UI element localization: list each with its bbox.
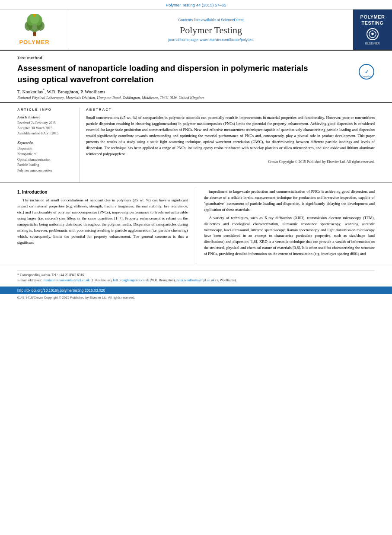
abstract-column: ABSTRACT Small concentrations (≤5 wt. %)… xyxy=(80,108,392,182)
article-header: Test method Assessment of nanoparticle l… xyxy=(0,51,392,103)
contents-text: Contents lists available at xyxy=(178,18,220,22)
corresponding-label: * Corresponding author. Tel.: xyxy=(17,273,58,277)
body-two-col: 1. Introduction The inclusion of small c… xyxy=(0,189,392,264)
svg-rect-0 xyxy=(33,32,36,36)
polymer-testing-badge: POLYMERTESTING ELSEVIER xyxy=(353,10,392,50)
email-addresses: E-mail addresses: triantafillos.koukoula… xyxy=(17,278,375,283)
svg-text:✓: ✓ xyxy=(365,69,369,74)
svg-text:CrossMark: CrossMark xyxy=(361,75,372,78)
abstract-label: ABSTRACT xyxy=(86,108,375,111)
article-section-label: Test method xyxy=(17,56,375,60)
top-citation-bar: Polymer Testing 44 (2015) 57–65 xyxy=(0,0,392,10)
citation-link[interactable]: Polymer Testing 44 (2015) 57–65 xyxy=(166,3,226,7)
journal-header-center: Contents lists available at ScienceDirec… xyxy=(69,10,353,50)
abstract-text: Small concentrations (≤5 wt. %) of nanop… xyxy=(86,115,375,157)
corresponding-author: * Corresponding author. Tel.: +44 20 894… xyxy=(17,273,375,278)
article-title-row: Assessment of nanoparticle loading and d… xyxy=(17,63,375,85)
crossmark-badge[interactable]: ✓ CrossMark xyxy=(358,64,375,81)
available-date: Available online 8 April 2015 xyxy=(17,131,74,136)
svg-rect-10 xyxy=(34,15,35,17)
issn-text: 0142-9418/Crown Copyright © 2015 Publish… xyxy=(17,296,135,299)
article-title: Assessment of nanoparticle loading and d… xyxy=(17,63,328,85)
pt-logo-icon xyxy=(369,30,376,38)
footnote-section: * Corresponding author. Tel.: +44 20 894… xyxy=(0,266,392,283)
pt-badge-title: POLYMERTESTING xyxy=(360,14,385,26)
section1-heading: 1. Introduction xyxy=(17,189,188,196)
homepage-label: journal homepage: xyxy=(168,38,198,42)
article-history-label: Article history: xyxy=(17,115,74,119)
body-para-3: A variety of techniques, such as X-ray d… xyxy=(204,215,375,258)
authors-line: T. Koukoulas*, W.R. Broughton, P. Woolli… xyxy=(17,88,375,94)
elsevier-logo-area: POLYMER xyxy=(0,10,69,50)
keyword-2: Nanoparticles xyxy=(17,152,74,157)
doi-bar: http://dx.doi.org/10.1016/j.polymertesti… xyxy=(0,287,392,294)
article-info-label: ARTICLE INFO xyxy=(17,108,74,111)
journal-title: Polymer Testing xyxy=(180,25,242,36)
pt-logo-circle xyxy=(367,28,379,40)
issn-bar: 0142-9418/Crown Copyright © 2015 Publish… xyxy=(0,294,392,300)
received-date: Received 24 February 2015 xyxy=(17,121,74,126)
article-info-abstract-section: ARTICLE INFO Article history: Received 2… xyxy=(0,103,392,183)
keyword-5: Polymer nanocomposites xyxy=(17,168,74,174)
email-1-author: (T. Koukoulas), xyxy=(91,278,113,282)
corresponding-tel: +44 20 8943 6316. xyxy=(59,273,85,277)
elsevier-wordmark: POLYMER xyxy=(19,39,49,45)
sciencedirect-link[interactable]: ScienceDirect xyxy=(221,18,243,22)
keywords-list: Dispersion Nanoparticles Optical charact… xyxy=(17,146,74,174)
accepted-date: Accepted 30 March 2015 xyxy=(17,126,74,131)
copyright-line: Crown Copyright © 2015 Published by Else… xyxy=(86,159,375,164)
abstract-paragraph: Small concentrations (≤5 wt. %) of nanop… xyxy=(86,115,375,157)
crossmark-icon: ✓ CrossMark xyxy=(358,64,375,80)
body-para-2: impediment to large-scale production and… xyxy=(204,189,375,213)
elsevier-tree-icon xyxy=(22,14,48,38)
keyword-3: Optical characterisation xyxy=(17,157,74,163)
keywords-label: Keywords: xyxy=(17,140,74,145)
body-para-1: The inclusion of small concentrations of… xyxy=(17,197,188,246)
keyword-4: Particle loading xyxy=(17,162,74,168)
email-2-link[interactable]: bill.broughton@npl.co.uk xyxy=(113,278,149,282)
body-col-left: 1. Introduction The inclusion of small c… xyxy=(0,189,196,264)
journal-homepage-line: journal homepage: www.elsevier.com/locat… xyxy=(168,38,253,42)
journal-header: POLYMER Contents lists available at Scie… xyxy=(0,10,392,51)
elsevier-logo: POLYMER xyxy=(19,14,49,45)
email-label: E-mail addresses: xyxy=(17,278,42,282)
contents-line: Contents lists available at ScienceDirec… xyxy=(178,18,243,22)
article-history-subsection: Article history: Received 24 February 20… xyxy=(17,115,74,136)
homepage-url[interactable]: www.elsevier.com/locate/polytest xyxy=(200,38,253,42)
footnote-divider xyxy=(17,271,375,271)
svg-point-12 xyxy=(371,33,373,35)
article-info-column: ARTICLE INFO Article history: Received 2… xyxy=(0,108,80,182)
email-2-author: (W.R. Broughton), xyxy=(150,278,177,282)
body-content: 1. Introduction The inclusion of small c… xyxy=(0,183,392,300)
email-3-link[interactable]: peter.woolliams@npl.co.uk xyxy=(176,278,214,282)
body-col-right: impediment to large-scale production and… xyxy=(196,189,392,264)
email-1-link[interactable]: triantafillos.koukoulas@npl.co.uk xyxy=(43,278,90,282)
svg-rect-9 xyxy=(33,14,36,15)
doi-link[interactable]: http://dx.doi.org/10.1016/j.polymertesti… xyxy=(17,288,105,293)
affiliation-line: National Physical Laboratory, Materials … xyxy=(17,96,375,100)
pt-badge-content: POLYMERTESTING ELSEVIER xyxy=(360,14,385,45)
keyword-1: Dispersion xyxy=(17,146,74,152)
email-3-author: (P. Woolliams). xyxy=(215,278,236,282)
pt-badge-subtitle: ELSEVIER xyxy=(360,42,385,45)
keywords-subsection: Keywords: Dispersion Nanoparticles Optic… xyxy=(17,140,74,174)
asterisk-sup: * xyxy=(43,88,45,92)
